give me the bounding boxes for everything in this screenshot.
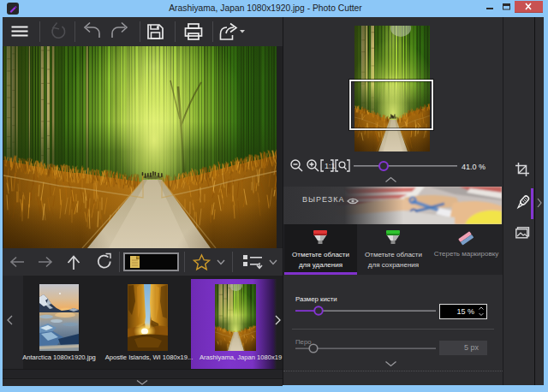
svg-text:41.0 %: 41.0 % (462, 163, 485, 171)
svg-text:1:1: 1:1 (325, 162, 336, 170)
